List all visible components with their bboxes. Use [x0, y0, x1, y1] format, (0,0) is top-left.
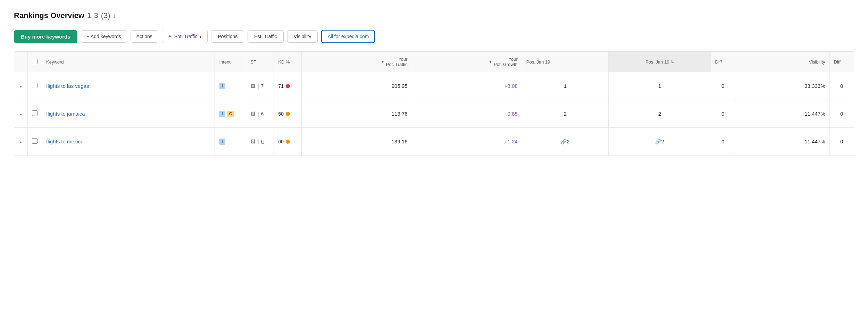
diff-cell: 0 — [711, 128, 735, 156]
add-keywords-button[interactable]: + Add keywords — [81, 30, 127, 43]
intent-cell: IC — [215, 100, 246, 128]
col-keyword-label: Keyword — [46, 59, 64, 65]
pos-jan19-a-value: 2 — [567, 139, 569, 144]
pot-growth-cell: +1.24 — [412, 128, 522, 156]
col-checkbox — [28, 52, 42, 72]
expand-arrow[interactable]: ▸ — [18, 111, 23, 117]
pot-growth-value: +1.24 — [504, 139, 518, 144]
pot-growth-value: +8.08 — [504, 83, 518, 89]
pos-jan19-a-cell: 🔗2 — [522, 128, 608, 156]
col-diff2: Diff — [829, 52, 854, 72]
diff2-cell: 0 — [829, 128, 854, 156]
rankings-table: Keyword Intent SF KD % ✦ Your Pot. — [14, 52, 854, 156]
col-keyword: Keyword — [42, 52, 215, 72]
positions-button[interactable]: Positions — [211, 30, 244, 43]
intent-cell: I — [215, 72, 246, 100]
sparkle-icon-pg: ✦ — [489, 59, 492, 65]
pos-jan19-a-value: 2 — [564, 111, 567, 117]
col-intent: Intent — [215, 52, 246, 72]
sf-image-icon: 🖼 — [250, 139, 256, 144]
col-sf: SF — [246, 52, 274, 72]
pos-jan19-b-value: 1 — [658, 83, 661, 89]
row-checkbox[interactable] — [32, 83, 37, 88]
actions-button[interactable]: Actions — [131, 30, 158, 43]
pot-traffic-value: 113.76 — [392, 111, 408, 117]
sort-icon[interactable]: ⇅ — [671, 60, 674, 64]
diff-cell: 0 — [711, 72, 735, 100]
keyword-link[interactable]: flights to las vegas — [46, 83, 89, 89]
table-row: ▸flights to mexicoI 🖼 | 6 60139.16+1.24🔗… — [14, 128, 854, 156]
diff-value: 0 — [721, 83, 724, 89]
table-header-row: Keyword Intent SF KD % ✦ Your Pot. — [14, 52, 854, 72]
kd-cell: 60 — [274, 128, 302, 156]
table-row: ▸flights to las vegasI 🖼 | 7 71905.95+8.… — [14, 72, 854, 100]
keyword-cell: flights to mexico — [42, 128, 215, 156]
sf-number: 6 — [261, 111, 264, 116]
expand-arrow[interactable]: ▸ — [18, 83, 23, 90]
all-for-button[interactable]: All for expedia.com — [321, 30, 375, 43]
kd-dot — [286, 112, 290, 116]
sf-divider: | — [258, 83, 259, 89]
pot-growth-cell: +0.85 — [412, 100, 522, 128]
col-visibility-label: Visibility — [809, 59, 825, 65]
pot-traffic-button[interactable]: ✦ Pot. Traffic ▾ — [162, 30, 208, 43]
visibility-button[interactable]: Visibility — [287, 30, 318, 43]
pos-jan19-b-cell: 🔗2 — [609, 128, 711, 156]
col-kd-label: KD % — [278, 59, 290, 65]
chevron-down-icon: ▾ — [199, 34, 202, 39]
visibility-cell: 11.447% — [735, 100, 829, 128]
pot-traffic-value: 905.95 — [392, 83, 408, 89]
select-all-checkbox[interactable] — [32, 59, 37, 64]
pot-traffic-cell: 905.95 — [302, 72, 412, 100]
row-checkbox[interactable] — [32, 110, 37, 116]
col-pot-growth: ✦ Your Pot. Growth — [412, 52, 522, 72]
row-expand[interactable]: ▸ — [14, 100, 28, 128]
row-checkbox[interactable] — [32, 138, 37, 144]
sf-image-icon: 🖼 — [250, 83, 256, 89]
row-expand[interactable]: ▸ — [14, 72, 28, 100]
col-intent-label: Intent — [219, 59, 231, 65]
col-pot-traffic-label: Your Pot. Traffic — [386, 57, 408, 67]
visibility-value: 11.447% — [804, 111, 825, 117]
pos-jan19-b-cell: 1 — [609, 72, 711, 100]
pot-growth-value: +0.85 — [504, 111, 518, 117]
kd-cell: 71 — [274, 72, 302, 100]
sf-divider: | — [258, 139, 259, 144]
diff2-value: 0 — [840, 139, 843, 144]
diff-value: 0 — [721, 111, 724, 117]
diff2-value: 0 — [840, 83, 843, 89]
expand-arrow[interactable]: ▸ — [18, 139, 23, 145]
row-checkbox-cell — [28, 128, 42, 156]
intent-cell: I — [215, 128, 246, 156]
col-pos-jan19-b-label: Pos. Jan 19 — [645, 59, 669, 65]
rankings-table-container: Keyword Intent SF KD % ✦ Your Pot. — [14, 51, 854, 156]
visibility-value: 33.333% — [804, 83, 825, 89]
row-expand[interactable]: ▸ — [14, 128, 28, 156]
toolbar: Buy more keywords + Add keywords Actions… — [14, 30, 854, 43]
link-icon-b: 🔗 — [655, 139, 661, 144]
diff-value: 0 — [721, 139, 724, 144]
page-title-range: 1-3 — [87, 11, 98, 20]
sf-image-icon: 🖼 — [250, 111, 256, 117]
col-diff2-label: Diff — [834, 59, 841, 65]
col-diff: Diff — [711, 52, 735, 72]
visibility-value: 11.447% — [804, 139, 825, 144]
keyword-cell: flights to las vegas — [42, 72, 215, 100]
info-icon[interactable]: ℹ — [113, 12, 115, 19]
est-traffic-button[interactable]: Est. Traffic — [248, 30, 284, 43]
page-container: Rankings Overview 1-3 (3) ℹ Buy more key… — [0, 0, 868, 326]
buy-keywords-button[interactable]: Buy more keywords — [14, 30, 77, 43]
sf-cell: 🖼 | 7 — [246, 72, 274, 100]
kd-cell: 50 — [274, 100, 302, 128]
pot-traffic-cell: 113.76 — [302, 100, 412, 128]
link-icon: 🔗 — [561, 139, 567, 144]
diff-cell: 0 — [711, 100, 735, 128]
keyword-link[interactable]: flights to mexico — [46, 139, 84, 144]
kd-dot — [286, 140, 290, 144]
pos-jan19-a-cell: 1 — [522, 72, 608, 100]
page-title-count: (3) — [101, 11, 110, 20]
pos-jan19-a-cell: 2 — [522, 100, 608, 128]
col-pos-jan19-a: Pos. Jan 19 — [522, 52, 608, 72]
col-expand — [14, 52, 28, 72]
keyword-link[interactable]: flights to jamaica — [46, 111, 85, 117]
